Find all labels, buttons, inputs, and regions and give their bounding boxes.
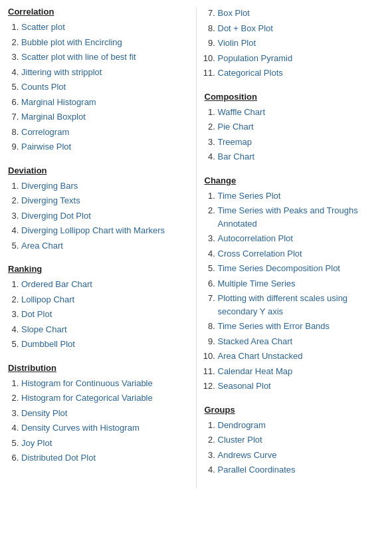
item-text[interactable]: Box Plot: [218, 8, 250, 18]
item-text[interactable]: Calendar Heat Map: [218, 366, 293, 376]
item-text[interactable]: Andrews Curve: [218, 450, 277, 460]
list-item: Dendrogram: [218, 419, 385, 432]
item-text[interactable]: Dendrogram: [218, 420, 266, 430]
item-text[interactable]: Stacked Area Chart: [218, 336, 293, 346]
item-text[interactable]: Density Curves with Histogram: [21, 423, 140, 433]
list-item: Joy Plot: [21, 437, 188, 450]
item-text[interactable]: Parallel Coordinates: [218, 465, 296, 475]
list-item: Time Series Decomposition Plot: [218, 262, 385, 275]
section-distribution: Distribution Histogram for Continuous Va…: [8, 363, 188, 465]
main-container: Correlation Scatter plot Bubble plot wit…: [0, 0, 392, 495]
list-item: Histogram for Categorical Variable: [21, 391, 188, 405]
section-title-composition: Composition: [205, 92, 385, 102]
item-text[interactable]: Diverging Dot Plot: [21, 211, 91, 221]
list-item: Diverging Bars: [21, 179, 188, 193]
item-text[interactable]: Treemap: [218, 137, 252, 147]
item-text[interactable]: Diverging Texts: [21, 195, 80, 205]
section-title-groups: Groups: [205, 405, 385, 415]
list-item: Stacked Area Chart: [218, 335, 385, 348]
item-text[interactable]: Marginal Boxplot: [21, 112, 86, 122]
item-text[interactable]: Jittering with stripplot: [21, 67, 102, 77]
item-text[interactable]: Marginal Histogram: [21, 97, 96, 107]
list-item: Histogram for Continuous Variable: [21, 377, 188, 390]
item-text[interactable]: Violin Plot: [218, 38, 256, 48]
item-text[interactable]: Waffle Chart: [218, 107, 266, 117]
item-text[interactable]: Area Chart Unstacked: [218, 351, 303, 361]
right-column: Box Plot Dot + Box Plot Violin Plot Popu…: [197, 7, 393, 489]
list-item: Pie Chart: [218, 120, 385, 134]
item-text[interactable]: Population Pyramid: [218, 53, 293, 63]
item-text[interactable]: Histogram for Categorical Variable: [21, 393, 153, 403]
list-item: Dumbbell Plot: [21, 338, 188, 351]
section-composition: Composition Waffle Chart Pie Chart Treem…: [205, 92, 385, 164]
item-text[interactable]: Scatter plot: [21, 22, 65, 32]
item-text[interactable]: Pairwise Plot: [21, 142, 71, 152]
list-distribution: Histogram for Continuous Variable Histog…: [8, 377, 188, 465]
section-title-deviation: Deviation: [8, 166, 188, 175]
item-text[interactable]: Seasonal Plot: [218, 381, 271, 391]
item-text[interactable]: Time Series with Error Bands: [218, 321, 330, 331]
list-item: Marginal Histogram: [21, 96, 188, 109]
list-item: Distributed Dot Plot: [21, 451, 188, 465]
item-text[interactable]: Cluster Plot: [218, 435, 262, 445]
item-text[interactable]: Distributed Dot Plot: [21, 453, 96, 463]
item-text[interactable]: Cross Correlation Plot: [218, 249, 302, 259]
item-text[interactable]: Histogram for Continuous Variable: [21, 378, 153, 388]
list-item: Marginal Boxplot: [21, 110, 188, 124]
item-text[interactable]: Plotting with different scales using sec…: [218, 293, 348, 316]
item-text[interactable]: Correlogram: [21, 127, 69, 137]
item-text[interactable]: Dumbbell Plot: [21, 339, 75, 349]
list-item: Andrews Curve: [218, 449, 385, 462]
item-text[interactable]: Pie Chart: [218, 122, 254, 132]
item-text[interactable]: Time Series Plot: [218, 191, 281, 201]
list-item: Treemap: [218, 136, 385, 149]
list-item: Bubble plot with Encircling: [21, 36, 188, 49]
item-text[interactable]: Joy Plot: [21, 438, 52, 448]
list-item: Seasonal Plot: [218, 380, 385, 393]
list-item: Time Series with Peaks and Troughs Annot…: [218, 204, 385, 230]
item-text[interactable]: Bubble plot with Encircling: [21, 37, 122, 47]
item-text[interactable]: Ordered Bar Chart: [21, 279, 92, 289]
list-item: Plotting with different scales using sec…: [218, 292, 385, 318]
item-text[interactable]: Multiple Time Series: [218, 278, 296, 288]
list-item: Diverging Texts: [21, 194, 188, 207]
item-text[interactable]: Time Series Decomposition Plot: [218, 263, 340, 273]
item-text[interactable]: Scatter plot with line of best fit: [21, 52, 136, 62]
item-text[interactable]: Slope Chart: [21, 324, 67, 334]
item-text[interactable]: Autocorrelation Plot: [218, 233, 293, 243]
item-text[interactable]: Lollipop Chart: [21, 294, 74, 304]
list-item: Lollipop Chart: [21, 293, 188, 306]
item-text[interactable]: Time Series with Peaks and Troughs Annot…: [218, 205, 358, 229]
item-text[interactable]: Bar Chart: [218, 152, 255, 162]
list-item: Dot + Box Plot: [218, 22, 385, 35]
section-title-distribution: Distribution: [8, 363, 188, 373]
item-text[interactable]: Dot Plot: [21, 309, 52, 319]
list-ranking: Ordered Bar Chart Lollipop Chart Dot Plo…: [8, 278, 188, 351]
item-text[interactable]: Diverging Lollipop Chart with Markers: [21, 225, 165, 235]
list-item: Cross Correlation Plot: [218, 247, 385, 261]
item-text[interactable]: Density Plot: [21, 408, 67, 418]
list-item: Slope Chart: [21, 323, 188, 336]
section-correlation: Correlation Scatter plot Bubble plot wit…: [8, 7, 188, 154]
list-item: Calendar Heat Map: [218, 365, 385, 378]
list-item: Waffle Chart: [218, 106, 385, 119]
list-item: Jittering with stripplot: [21, 66, 188, 79]
item-text[interactable]: Counts Plot: [21, 82, 66, 92]
list-item: Scatter plot: [21, 21, 188, 34]
list-item: Ordered Bar Chart: [21, 278, 188, 291]
list-item: Area Chart: [21, 239, 188, 253]
section-distribution-cont: Box Plot Dot + Box Plot Violin Plot Popu…: [205, 7, 385, 80]
section-groups: Groups Dendrogram Cluster Plot Andrews C…: [205, 405, 385, 477]
section-title-change: Change: [205, 175, 385, 185]
list-change: Time Series Plot Time Series with Peaks …: [205, 189, 385, 393]
item-text[interactable]: Area Chart: [21, 241, 63, 251]
item-text[interactable]: Dot + Box Plot: [218, 23, 273, 33]
list-item: Area Chart Unstacked: [218, 350, 385, 363]
list-item: Density Plot: [21, 407, 188, 420]
list-item: Bar Chart: [218, 150, 385, 164]
item-text[interactable]: Categorical Plots: [218, 68, 283, 78]
item-text[interactable]: Diverging Bars: [21, 181, 78, 191]
list-item: Time Series with Error Bands: [218, 320, 385, 333]
list-item: Correlogram: [21, 126, 188, 139]
list-item: Dot Plot: [21, 308, 188, 321]
